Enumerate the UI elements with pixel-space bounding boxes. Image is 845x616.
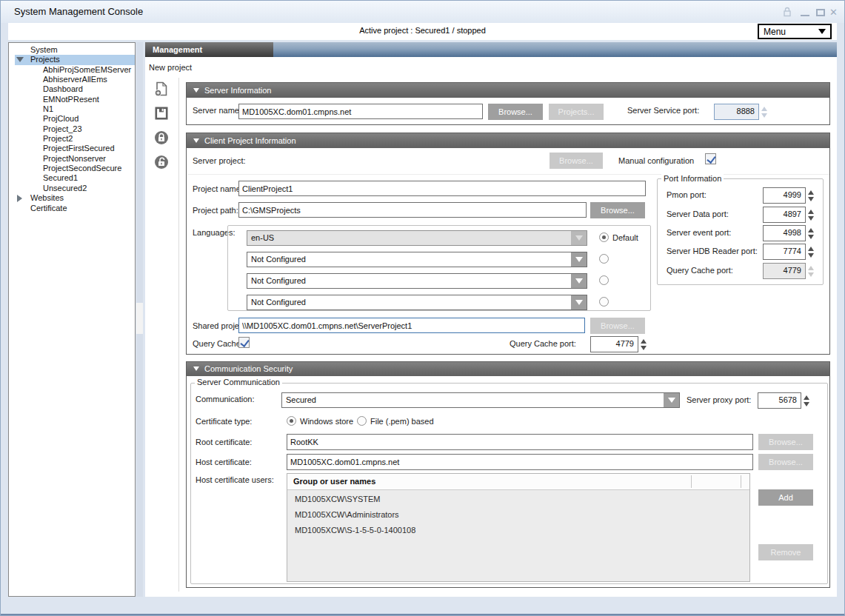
- host-certificate-label: Host certificate:: [196, 458, 252, 466]
- tree-item[interactable]: AbhiProjSomeEMServer: [9, 65, 135, 75]
- spinner-arrows-icon[interactable]: [808, 190, 814, 201]
- server-name-input[interactable]: [238, 104, 483, 119]
- query-cache-port-spinner[interactable]: 4779: [763, 263, 814, 279]
- list-item[interactable]: MD1005XCW\S-1-5-5-0-1400108: [295, 526, 415, 535]
- default-language-radio-1[interactable]: [599, 232, 609, 242]
- chevron-down-icon[interactable]: [571, 274, 587, 288]
- tree-item[interactable]: Project_23: [9, 124, 135, 134]
- query-cache-label: Query Cache:: [193, 339, 243, 348]
- users-column-header[interactable]: Group or user names: [287, 474, 749, 490]
- list-item[interactable]: MD1005XCW\SYSTEM: [295, 495, 381, 503]
- spinner-arrows-icon[interactable]: [808, 266, 814, 277]
- server-event-port-label: Server event port:: [667, 228, 731, 237]
- manual-configuration-checkbox[interactable]: [705, 153, 716, 164]
- browse-host-certificate-button[interactable]: Browse...: [758, 454, 813, 470]
- tree-item-system[interactable]: System: [9, 45, 135, 55]
- lock-icon: [783, 7, 792, 21]
- tree-item[interactable]: N1: [9, 104, 135, 114]
- tree-item-certificate[interactable]: Certificate: [9, 204, 135, 213]
- browse-shared-path-button[interactable]: Browse...: [590, 318, 645, 334]
- new-project-button[interactable]: [152, 79, 171, 98]
- tree-item[interactable]: Secured1: [9, 173, 135, 183]
- scrollbar-thumb[interactable]: [136, 303, 143, 334]
- query-cache-port-row-spinner[interactable]: 4779: [590, 336, 647, 352]
- windows-store-radio[interactable]: [287, 416, 296, 426]
- server-proxy-port-spinner[interactable]: 5678: [758, 392, 809, 409]
- close-button[interactable]: ✕: [829, 7, 838, 18]
- chevron-down-icon[interactable]: [571, 252, 587, 267]
- section-header-communication-security[interactable]: Communication Security: [187, 362, 829, 376]
- communication-label: Communication:: [196, 395, 254, 404]
- remove-user-button[interactable]: Remove: [758, 544, 813, 560]
- spinner-arrows-icon[interactable]: [808, 247, 814, 258]
- hdb-reader-port-label: Server HDB Reader port:: [667, 247, 758, 255]
- add-user-button[interactable]: Add: [758, 489, 813, 506]
- service-port-spinner[interactable]: 8888: [714, 104, 767, 120]
- language-dropdown-2[interactable]: Not Configured: [247, 252, 587, 267]
- tree-item[interactable]: Project2: [9, 134, 135, 144]
- certificate-users-list[interactable]: Group or user names MD1005XCW\SYSTEM MD1…: [287, 473, 750, 582]
- browse-server-button[interactable]: Browse...: [488, 104, 543, 120]
- communication-dropdown[interactable]: Secured: [281, 392, 680, 408]
- title-bar: System Management Console ✕: [1, 1, 844, 23]
- spinner-arrows-icon[interactable]: [804, 395, 809, 406]
- pem-file-radio[interactable]: [357, 416, 367, 426]
- active-project-bar: Active project : Secured1 / stopped: [8, 23, 837, 40]
- default-language-radio-4[interactable]: [599, 297, 609, 307]
- default-language-radio-2[interactable]: [599, 254, 609, 264]
- language-dropdown-4[interactable]: Not Configured: [247, 295, 587, 310]
- hdb-reader-port-spinner[interactable]: 7774: [763, 244, 814, 260]
- host-certificate-input[interactable]: [287, 454, 753, 470]
- lock-project-button[interactable]: [152, 128, 171, 147]
- app-window: System Management Console ✕ Active proje…: [0, 0, 845, 616]
- spinner-arrows-icon[interactable]: [808, 228, 814, 239]
- list-item[interactable]: MD1005XCW\Administrators: [295, 510, 399, 519]
- section-header-client-project[interactable]: Client Project Information: [187, 133, 829, 148]
- menu-dropdown[interactable]: Menu: [758, 24, 832, 39]
- collapsed-arrow-icon[interactable]: [17, 195, 22, 202]
- projects-button[interactable]: Projects...: [549, 104, 604, 120]
- tree-item[interactable]: ProjectSecondSecure: [9, 164, 135, 173]
- tree-item-projects[interactable]: Projects: [15, 55, 135, 64]
- project-path-label: Project path:: [193, 206, 238, 215]
- browse-server-project-button[interactable]: Browse...: [550, 153, 603, 169]
- chevron-down-icon[interactable]: [571, 295, 587, 309]
- project-path-input[interactable]: [238, 202, 587, 218]
- row-separator: [188, 174, 829, 175]
- tree-item[interactable]: AbhiserverAllEms: [9, 75, 135, 84]
- expanded-arrow-icon[interactable]: [16, 57, 24, 62]
- shared-project-path-input[interactable]: [238, 318, 585, 333]
- minimize-button[interactable]: [801, 15, 809, 16]
- lock-open-icon: [153, 154, 170, 170]
- browse-root-certificate-button[interactable]: Browse...: [758, 434, 813, 450]
- query-cache-checkbox[interactable]: [238, 337, 250, 348]
- server-event-port-spinner[interactable]: 4998: [763, 225, 814, 241]
- server-data-port-spinner[interactable]: 4897: [763, 207, 814, 223]
- tree-item[interactable]: ProjectFirstSecured: [9, 144, 135, 153]
- chevron-down-icon[interactable]: [664, 393, 679, 407]
- spinner-arrows-icon[interactable]: [808, 210, 814, 221]
- section-header-server-information[interactable]: Server Information: [187, 83, 829, 98]
- tree-item[interactable]: ProjCloud: [9, 114, 135, 124]
- tree-item-websites[interactable]: Websites: [9, 193, 135, 203]
- browse-project-path-button[interactable]: Browse...: [590, 202, 645, 218]
- unlock-project-button[interactable]: [152, 153, 171, 172]
- pmon-port-spinner[interactable]: 4999: [763, 187, 814, 204]
- language-dropdown-3[interactable]: Not Configured: [247, 273, 587, 289]
- project-name-input[interactable]: [238, 181, 646, 196]
- default-language-radio-3[interactable]: [599, 275, 609, 285]
- tree-item[interactable]: ProjectNonserver: [9, 154, 135, 164]
- tab-management[interactable]: Management: [145, 42, 273, 57]
- save-button[interactable]: [152, 104, 171, 123]
- service-port-label: Server Service port:: [627, 106, 699, 115]
- root-certificate-input[interactable]: [287, 434, 753, 450]
- tree-item[interactable]: Unsecured2: [9, 184, 135, 193]
- tree-item[interactable]: EMNotPResent: [9, 95, 135, 104]
- tree-item[interactable]: Dashboard: [9, 84, 135, 94]
- maximize-button[interactable]: [816, 9, 825, 16]
- spinner-arrows-icon[interactable]: [641, 339, 647, 350]
- language-dropdown-1[interactable]: en-US: [247, 230, 587, 246]
- chevron-down-icon[interactable]: [571, 231, 587, 245]
- scrollbar[interactable]: [136, 42, 143, 597]
- spinner-arrows-icon[interactable]: [761, 107, 767, 118]
